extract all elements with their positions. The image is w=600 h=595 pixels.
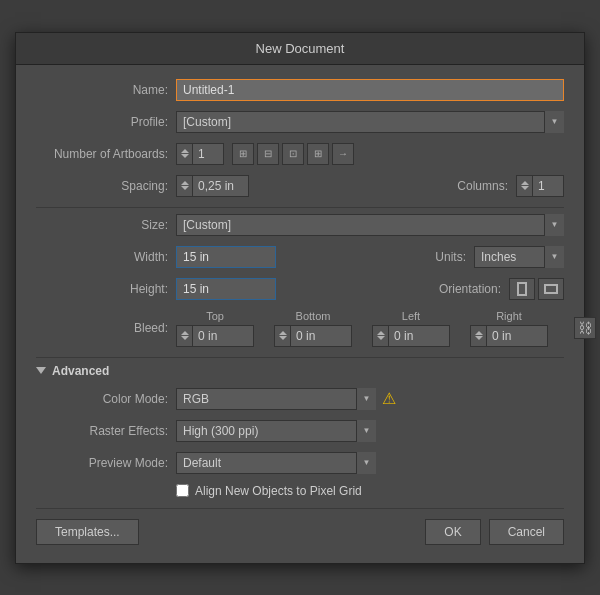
units-section: Units: Inches Centimeters Millimeters Po… [435,246,564,268]
spacing-value: 0,25 in [193,179,248,193]
advanced-title: Advanced [52,364,109,378]
units-select-wrapper: Inches Centimeters Millimeters Points Pi… [474,246,564,268]
bleed-fields: Top 0 in Bottom [176,310,596,347]
orientation-section: Orientation: [439,278,564,300]
width-label: Width: [36,250,176,264]
warning-icon: ⚠ [382,389,396,408]
artboards-spin-btn[interactable] [177,144,193,164]
bleed-left-field: Left 0 in [372,310,450,347]
units-select[interactable]: Inches Centimeters Millimeters Points Pi… [474,246,564,268]
size-label: Size: [36,218,176,232]
advanced-section: Advanced Color Mode: RGB CMYK ▼ ⚠ Raster… [36,364,564,498]
artboards-value: 1 [193,147,223,161]
profile-select-wrapper: [Custom] ▼ [176,111,564,133]
dialog-title: New Document [256,41,345,56]
layout-row-icon[interactable]: ⊟ [257,143,279,165]
raster-effects-row: Raster Effects: High (300 ppi) Medium (1… [36,420,564,442]
height-label: Height: [36,282,176,296]
size-select-wrapper: [Custom] ▼ [176,214,564,236]
bleed-right-value: 0 in [487,329,527,343]
name-label: Name: [36,83,176,97]
height-input[interactable] [176,278,276,300]
name-input[interactable] [176,79,564,101]
artboards-row: Number of Artboards: 1 ⊞ ⊟ ⊡ ⊞ → [36,143,564,165]
bleed-bottom-label: Bottom [296,310,331,322]
spacing-columns-row: Spacing: 0,25 in Columns: 1 [36,175,564,197]
layout-grid-icon[interactable]: ⊞ [232,143,254,165]
bleed-right-spin-btn[interactable] [471,326,487,346]
color-mode-select[interactable]: RGB CMYK [176,388,376,410]
preview-mode-label: Preview Mode: [36,456,176,470]
bleed-label: Bleed: [36,321,176,335]
bleed-top-field: Top 0 in [176,310,254,347]
layout-arrange-icon[interactable]: ⊞ [307,143,329,165]
cancel-button[interactable]: Cancel [489,519,564,545]
orientation-label: Orientation: [439,282,501,296]
portrait-icon [517,282,527,296]
width-input[interactable] [176,246,276,268]
profile-label: Profile: [36,115,176,129]
title-bar: New Document [16,33,584,65]
align-label: Align New Objects to Pixel Grid [195,484,362,498]
columns-spinner: 1 [516,175,564,197]
layout-arrow-icon[interactable]: → [332,143,354,165]
profile-row: Profile: [Custom] ▼ [36,111,564,133]
preview-mode-select[interactable]: Default Pixel Overprint [176,452,376,474]
orientation-buttons [509,278,564,300]
bleed-top-label: Top [206,310,224,322]
portrait-button[interactable] [509,278,535,300]
raster-effects-select[interactable]: High (300 ppi) Medium (150 ppi) Low (72 … [176,420,376,442]
bleed-left-label: Left [402,310,420,322]
profile-select[interactable]: [Custom] [176,111,564,133]
ok-button[interactable]: OK [425,519,480,545]
bleed-top-spin-btn[interactable] [177,326,193,346]
spacing-label: Spacing: [36,179,176,193]
color-mode-label: Color Mode: [36,392,176,406]
bleed-right-field: Right 0 in [470,310,548,347]
bleed-row: Bleed: Top 0 in Bottom [36,310,564,347]
preview-mode-row: Preview Mode: Default Pixel Overprint ▼ [36,452,564,474]
columns-value: 1 [533,179,563,193]
columns-spin-btn[interactable] [517,176,533,196]
bleed-top-value: 0 in [193,329,233,343]
color-mode-select-wrapper: RGB CMYK ▼ [176,388,376,410]
size-row: Size: [Custom] ▼ [36,214,564,236]
bleed-left-value: 0 in [389,329,429,343]
units-label: Units: [435,250,466,264]
raster-effects-select-wrapper: High (300 ppi) Medium (150 ppi) Low (72 … [176,420,376,442]
preview-mode-select-wrapper: Default Pixel Overprint ▼ [176,452,376,474]
button-row: Templates... OK Cancel [36,508,564,549]
bleed-link-icon[interactable]: ⛓ [574,317,596,339]
bleed-bottom-value: 0 in [291,329,331,343]
advanced-collapse-icon [36,367,46,374]
spacing-spinner: 0,25 in [176,175,249,197]
name-row: Name: [36,79,564,101]
columns-label: Columns: [457,179,508,193]
bleed-bottom-spinner: 0 in [274,325,352,347]
bleed-left-spin-btn[interactable] [373,326,389,346]
size-select[interactable]: [Custom] [176,214,564,236]
columns-section: Columns: 1 [457,175,564,197]
new-document-dialog: New Document Name: Profile: [Custom] ▼ N… [15,32,585,564]
bleed-bottom-spin-btn[interactable] [275,326,291,346]
align-checkbox-row: Align New Objects to Pixel Grid [176,484,564,498]
ok-cancel-group: OK Cancel [425,519,564,545]
bleed-right-label: Right [496,310,522,322]
templates-button[interactable]: Templates... [36,519,139,545]
artboard-layout-icons: ⊞ ⊟ ⊡ ⊞ → [232,143,354,165]
advanced-header[interactable]: Advanced [36,364,564,378]
bleed-right-spinner: 0 in [470,325,548,347]
width-units-row: Width: Units: Inches Centimeters Millime… [36,246,564,268]
color-mode-row: Color Mode: RGB CMYK ▼ ⚠ [36,388,564,410]
height-orientation-row: Height: Orientation: [36,278,564,300]
landscape-button[interactable] [538,278,564,300]
spacing-spin-btn[interactable] [177,176,193,196]
layout-col-icon[interactable]: ⊡ [282,143,304,165]
bleed-top-spinner: 0 in [176,325,254,347]
raster-effects-label: Raster Effects: [36,424,176,438]
bleed-left-spinner: 0 in [372,325,450,347]
artboards-spinner: 1 [176,143,224,165]
bleed-bottom-field: Bottom 0 in [274,310,352,347]
align-checkbox[interactable] [176,484,189,497]
landscape-icon [544,284,558,294]
